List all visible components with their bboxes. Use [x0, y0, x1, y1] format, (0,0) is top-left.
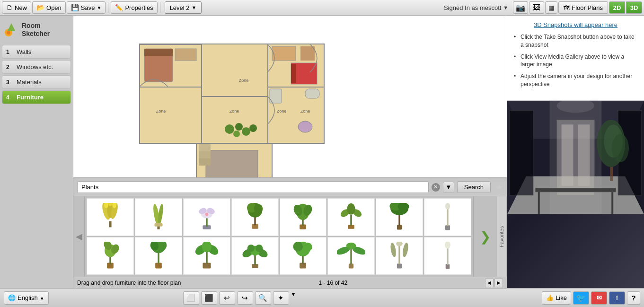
- facebook-button[interactable]: f: [609, 291, 625, 305]
- sidebar-item-windows[interactable]: 2 Windows etc.: [2, 60, 71, 74]
- paste-tool-button[interactable]: ⬛: [201, 291, 217, 305]
- search-button[interactable]: Search: [457, 181, 491, 193]
- furniture-item-6[interactable]: [327, 198, 375, 236]
- svg-point-133: [390, 242, 397, 257]
- new-button[interactable]: 🗋 New: [2, 1, 31, 14]
- svg-rect-20: [272, 46, 296, 61]
- star-tool-button[interactable]: ✦: [273, 291, 289, 305]
- sidebar-label-materials: Materials: [17, 79, 42, 86]
- furniture-item-12[interactable]: [231, 237, 279, 275]
- furniture-item-4[interactable]: [231, 198, 279, 236]
- furniture-item-13[interactable]: [280, 237, 327, 275]
- svg-rect-58: [109, 221, 111, 228]
- furniture-item-1[interactable]: [87, 198, 134, 236]
- status-text: Drag and drop furniture into the floor p…: [77, 280, 181, 286]
- snapshot-title[interactable]: 3D Snapshots will appear here: [514, 21, 637, 28]
- like-button[interactable]: 👍 Like: [542, 291, 571, 305]
- snapshot-bullet-1: Click the Take Snapshot button above to …: [514, 33, 637, 49]
- svg-point-89: [347, 203, 355, 215]
- left-sidebar: Room Sketcher 1 Walls 2 Windows etc. 3 M…: [0, 16, 73, 288]
- svg-point-132: [396, 242, 403, 246]
- camera-icon: 📷: [516, 3, 525, 12]
- furniture-item-16[interactable]: [424, 237, 471, 275]
- copy-tool-button[interactable]: ⬜: [183, 291, 199, 305]
- furniture-item-10[interactable]: [135, 237, 182, 275]
- divider-2: [160, 2, 160, 13]
- svg-rect-120: [300, 263, 307, 269]
- undo-button[interactable]: ↩: [219, 291, 235, 305]
- furniture-item-7[interactable]: [376, 198, 423, 236]
- sidebar-num-4: 4: [6, 94, 13, 101]
- sidebar-item-materials[interactable]: 3 Materials: [2, 75, 71, 89]
- zoom-button[interactable]: 🔍: [255, 291, 271, 305]
- properties-icon: ✏️: [115, 4, 123, 11]
- furniture-item-11[interactable]: [183, 237, 230, 275]
- like-label: Like: [556, 294, 567, 301]
- floor-plans-label: Floor Plans: [572, 4, 603, 11]
- furniture-search-bar: ✕ ▼ Search ★: [73, 178, 507, 196]
- sidebar-num-1: 1: [6, 49, 13, 55]
- svg-text:Zone: Zone: [239, 78, 249, 83]
- search-clear-button[interactable]: ✕: [432, 183, 440, 192]
- sidebar-label-furniture: Furniture: [17, 94, 44, 101]
- language-button[interactable]: 🌐 English ▲: [4, 291, 49, 305]
- logo-area: Room Sketcher: [2, 18, 71, 44]
- sidebar-item-furniture[interactable]: 4 Furniture: [2, 90, 71, 104]
- media-button[interactable]: ▦: [545, 1, 557, 14]
- svg-point-124: [303, 243, 312, 252]
- svg-marker-56: [507, 176, 644, 214]
- svg-point-118: [247, 245, 254, 252]
- furniture-item-9[interactable]: [87, 237, 134, 275]
- save-button[interactable]: 💾 Save ▼: [67, 1, 106, 14]
- tool-dropdown-arrow[interactable]: ▼: [291, 291, 296, 305]
- count-text: 1 - 16 of 42: [318, 280, 347, 286]
- open-button[interactable]: 📂 Open: [32, 1, 66, 14]
- signed-in-label: Signed In as mescott: [444, 4, 501, 11]
- right-toolbar-buttons: 📷 🖼 ▦ 🗺 Floor Plans 2D 3D: [513, 1, 642, 14]
- nav-arrow-left[interactable]: ◀: [73, 196, 85, 277]
- furniture-item-2[interactable]: [135, 198, 182, 236]
- svg-rect-21: [300, 46, 315, 61]
- new-label: New: [15, 4, 27, 11]
- logo-text: Room Sketcher: [22, 22, 50, 38]
- svg-point-137: [445, 242, 450, 249]
- level-button[interactable]: Level 2 ▼: [165, 1, 202, 14]
- svg-rect-23: [291, 64, 296, 83]
- favorites-star-icon[interactable]: ★: [495, 182, 503, 193]
- snapshot-bullet-3: Adjust the camera in your design for ano…: [514, 72, 637, 88]
- properties-button[interactable]: ✏️ Properties: [111, 1, 157, 14]
- view-3d-button[interactable]: 3D: [626, 1, 642, 14]
- search-dropdown-button[interactable]: ▼: [443, 182, 454, 193]
- furniture-item-8[interactable]: [424, 198, 471, 236]
- favorites-sidebar[interactable]: Favorites: [497, 196, 507, 277]
- svg-rect-108: [203, 263, 211, 269]
- snapshot-bullets: Click the Take Snapshot button above to …: [514, 33, 637, 88]
- svg-rect-131: [398, 244, 400, 264]
- gallery-button[interactable]: 🖼: [529, 1, 544, 14]
- status-navigation: ◀ ▶: [485, 279, 503, 287]
- furniture-grid: [85, 196, 473, 277]
- svg-text:Zone: Zone: [156, 109, 166, 114]
- furniture-item-15[interactable]: [376, 237, 423, 275]
- furniture-item-5[interactable]: [280, 198, 327, 236]
- camera-button[interactable]: 📷: [513, 1, 528, 14]
- scene-placeholder: [507, 101, 644, 288]
- email-button[interactable]: ✉: [591, 291, 607, 305]
- redo-button[interactable]: ↪: [237, 291, 253, 305]
- twitter-button[interactable]: 🐦: [573, 291, 589, 305]
- search-input[interactable]: [77, 181, 429, 193]
- svg-rect-114: [254, 254, 256, 264]
- floor-plans-button[interactable]: 🗺 Floor Plans: [558, 1, 608, 14]
- view-2d-button[interactable]: 2D: [609, 1, 625, 14]
- furniture-item-14[interactable]: [327, 237, 375, 275]
- svg-rect-86: [351, 215, 352, 226]
- status-nav-left[interactable]: ◀: [485, 279, 494, 287]
- furniture-item-3[interactable]: [183, 198, 230, 236]
- help-button[interactable]: ?: [627, 291, 640, 305]
- status-nav-right[interactable]: ▶: [494, 279, 503, 287]
- sidebar-item-walls[interactable]: 1 Walls: [2, 45, 71, 59]
- svg-rect-6: [201, 44, 202, 143]
- nav-arrow-right[interactable]: ❯: [473, 196, 497, 277]
- svg-text:Zone: Zone: [300, 109, 310, 114]
- logo-icon: [4, 19, 19, 40]
